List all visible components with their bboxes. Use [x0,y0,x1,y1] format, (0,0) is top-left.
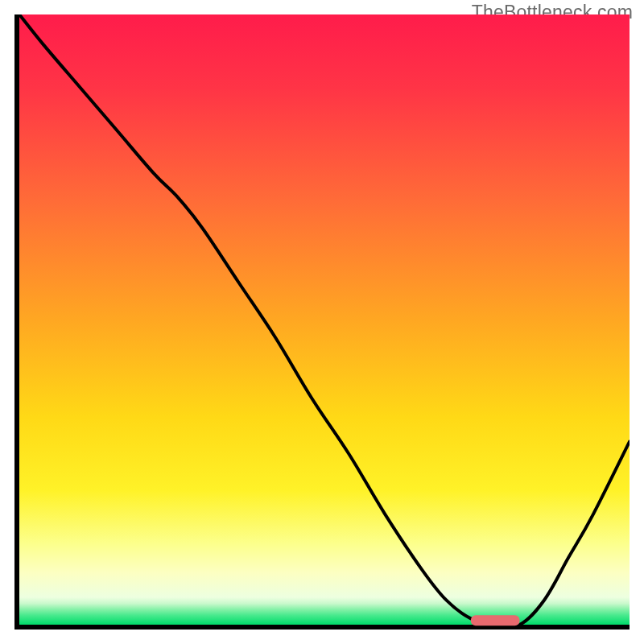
plot-area [14,14,630,630]
chart-svg [14,14,630,630]
optimal-zone-marker [471,615,520,625]
gradient-fill [19,14,630,625]
chart-root: TheBottleneck.com [0,0,644,644]
